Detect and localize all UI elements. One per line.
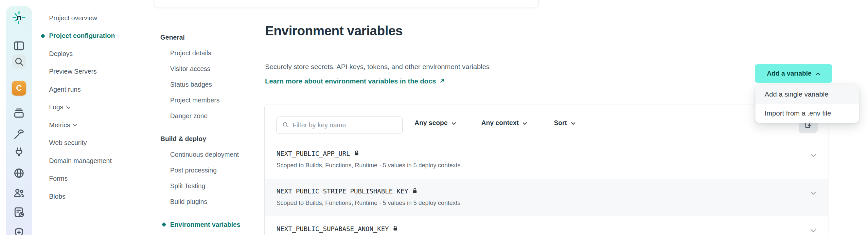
settings-subnav: General Project details Visitor access S… [160, 29, 268, 232]
search-icon[interactable] [12, 54, 26, 69]
subnav-header-general: General [160, 29, 268, 45]
netlify-logo-icon[interactable]: n [12, 10, 26, 25]
nav-item-preview-servers[interactable]: Preview Servers [49, 63, 154, 81]
chevron-down-icon [571, 119, 576, 127]
subnav-item-continuous-deployment[interactable]: Continuous deployment [170, 147, 268, 162]
env-var-key: NEXT_PUBLIC_SUPABASE_ANON_KEY [276, 225, 389, 233]
subnav-item-post-processing[interactable]: Post processing [170, 162, 268, 178]
deploys-stack-icon[interactable] [12, 106, 26, 120]
domains-globe-icon[interactable] [12, 166, 26, 180]
nav-item-blobs[interactable]: Blobs [49, 187, 154, 206]
filter-search [276, 117, 403, 134]
add-variable-button[interactable]: Add a variable [755, 64, 832, 83]
sort-dropdown[interactable]: Sort [554, 105, 576, 141]
nav-item-deploys[interactable]: Deploys [49, 45, 154, 63]
build-hammer-icon[interactable] [12, 127, 26, 141]
c-badge-letter: C [12, 81, 26, 95]
nav-item-logs[interactable]: Logs [49, 98, 154, 117]
env-var-key: NEXT_PUBLIC_APP_URL [276, 150, 350, 157]
primary-nav: Project overview Project configuration D… [49, 9, 154, 206]
external-arrow-icon [439, 77, 445, 85]
chevron-up-icon [815, 70, 820, 77]
env-var-details: Scoped to Builds, Functions, Runtime · 5… [276, 199, 828, 207]
scope-filter-dropdown[interactable]: Any scope [414, 105, 456, 141]
page-description: Securely store secrets, API keys, tokens… [265, 63, 490, 71]
nav-item-metrics[interactable]: Metrics [49, 116, 154, 134]
subnav-item-status-badges[interactable]: Status badges [170, 77, 268, 92]
subnav-item-project-details[interactable]: Project details [170, 45, 268, 61]
subnav-item-build-plugins[interactable]: Build plugins [170, 194, 268, 209]
env-var-row[interactable]: NEXT_PUBLIC_APP_URL Scoped to Builds, Fu… [265, 141, 828, 179]
chevron-down-icon [452, 119, 456, 127]
chevron-down-icon[interactable] [808, 189, 818, 197]
page-title: Environment variables [265, 24, 403, 38]
chevron-down-icon [523, 119, 527, 127]
subnav-item-split-testing[interactable]: Split Testing [170, 178, 268, 194]
env-var-row[interactable]: NEXT_PUBLIC_SUPABASE_ANON_KEY Scoped to … [265, 216, 828, 235]
chevron-down-icon[interactable] [808, 227, 818, 235]
subnav-item-danger-zone[interactable]: Danger zone [170, 108, 268, 124]
docs-link[interactable]: Learn more about environment variables i… [265, 77, 445, 85]
env-var-key: NEXT_PUBLIC_STRIPE_PUBLISHABLE_KEY [276, 187, 408, 195]
menu-item-add-single-variable[interactable]: Add a single variable [755, 85, 859, 104]
nav-item-web-security[interactable]: Web security [49, 134, 154, 152]
c-badge-icon[interactable]: C [12, 81, 26, 95]
menu-item-import-env-file[interactable]: Import from a .env file [755, 104, 859, 123]
nav-item-forms[interactable]: Forms [49, 170, 154, 188]
forms-doc-clock-icon[interactable] [12, 205, 26, 219]
chevron-down-icon [66, 106, 71, 109]
nav-item-project-overview[interactable]: Project overview [49, 9, 154, 27]
lock-icon [412, 187, 417, 195]
lock-icon [393, 225, 398, 233]
add-variable-menu: Add a single variable Import from a .env… [755, 85, 859, 123]
env-var-row[interactable]: NEXT_PUBLIC_STRIPE_PUBLISHABLE_KEY Scope… [265, 179, 828, 216]
active-diamond-icon [40, 34, 45, 38]
subnav-item-environment-variables[interactable]: Environment variables [170, 217, 268, 232]
subnav-item-visitor-access[interactable]: Visitor access [170, 61, 268, 77]
icon-rail: n C [6, 6, 32, 235]
app-window: n C [0, 0, 868, 235]
chevron-down-icon [73, 123, 78, 127]
top-command-bar[interactable] [154, 0, 538, 8]
nav-item-domain-management[interactable]: Domain management [49, 152, 154, 170]
lock-icon [354, 150, 359, 157]
context-filter-dropdown[interactable]: Any context [481, 105, 527, 141]
active-diamond-icon [162, 222, 166, 227]
filter-key-input[interactable] [292, 117, 402, 134]
security-shield-plus-icon[interactable] [12, 226, 26, 235]
subnav-header-build-deploy: Build & deploy [160, 131, 268, 147]
chevron-down-icon[interactable] [808, 151, 818, 159]
filter-toolbar: Any scope Any context Sort [265, 105, 828, 141]
svg-text:n: n [16, 13, 22, 22]
nav-item-project-configuration[interactable]: Project configuration [49, 27, 154, 45]
nav-item-agent-runs[interactable]: Agent runs [49, 81, 154, 98]
env-variables-card: Any scope Any context Sort [265, 104, 829, 235]
functions-plug-icon[interactable] [12, 145, 26, 160]
search-icon [282, 121, 289, 129]
panel-toggle-icon[interactable] [12, 39, 26, 53]
subnav-item-project-members[interactable]: Project members [170, 92, 268, 108]
members-people-icon[interactable] [12, 185, 26, 200]
env-var-details: Scoped to Builds, Functions, Runtime · 5… [276, 162, 828, 169]
